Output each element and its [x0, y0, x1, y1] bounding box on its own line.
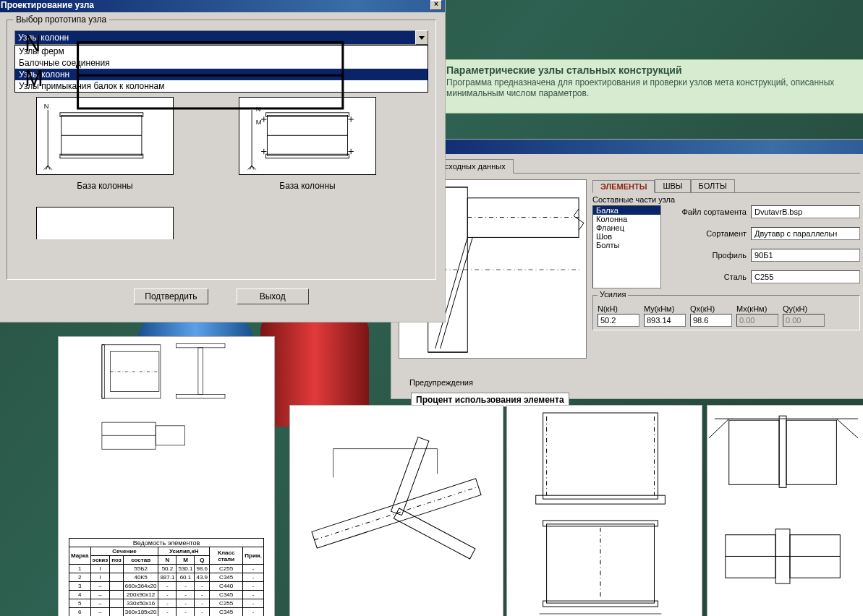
design-titlebar[interactable]: Проектирование узла × [0, 0, 445, 12]
forces-group: Усилия N(кН) My(кНм) Qx(кН) [592, 295, 860, 330]
table-cell: 40К5 [123, 573, 158, 582]
info-body: Программа предназначена для проектирован… [446, 77, 858, 99]
table-cell [110, 573, 124, 582]
svg-rect-57 [536, 495, 666, 504]
table-cell: 3 [69, 582, 91, 591]
drawing-sheet-a: Ведомость элементов Марка Сечение Усилия… [58, 336, 275, 616]
label-steel: Сталь [667, 273, 747, 281]
table-cell [110, 591, 124, 599]
props-tabstrip: Задание исходных данных [399, 158, 860, 174]
table-cell: 887.1 [158, 573, 177, 582]
table-cell: - [195, 608, 210, 617]
svg-rect-21 [266, 154, 349, 158]
table-cell: - [158, 591, 177, 599]
table-row: 1I55Б250.2530.198.6С255- [69, 565, 264, 573]
force-Qx-label: Qx(кН) [690, 304, 715, 313]
table-cell [110, 599, 124, 608]
input-profile[interactable] [751, 249, 860, 262]
table-cell: – [90, 599, 110, 608]
subtab-welds[interactable]: ШВЫ [655, 179, 690, 192]
table-cell: – [90, 591, 110, 599]
label-file: Файл сортамента [667, 208, 747, 216]
table-cell: - [195, 591, 210, 599]
table-cell: С255 [210, 565, 243, 573]
force-Mx-label: Mx(кНм) [736, 304, 767, 313]
table-cell: - [243, 608, 264, 617]
part-item-beam[interactable]: Балка [593, 206, 660, 215]
table-cell: - [243, 573, 264, 582]
table-cell: 43.9 [195, 573, 210, 582]
force-My-input[interactable] [644, 314, 686, 327]
th-mark: Марка [69, 547, 91, 565]
input-sortament[interactable] [751, 227, 860, 240]
forces-legend: Усилия [598, 290, 628, 299]
table-cell: - [195, 599, 210, 608]
th-sketch: эскиз [90, 556, 110, 565]
part-item-bolts[interactable]: Болты [593, 241, 660, 249]
parts-label: Составные части узла [592, 195, 860, 204]
svg-rect-60 [543, 601, 658, 607]
table-cell: С345 [210, 608, 243, 617]
subtab-elements[interactable]: ЭЛЕМЕНТЫ [592, 180, 655, 193]
table-cell: 330х50х16 [123, 599, 158, 608]
table-cell: – [90, 582, 110, 591]
drawing-sheet-b [289, 405, 503, 616]
part-item-weld[interactable]: Шов [593, 232, 660, 241]
force-Mx-input [736, 314, 778, 327]
part-item-flange[interactable]: Фланец [593, 223, 660, 232]
force-Qx-input[interactable] [690, 314, 732, 327]
table-cell [110, 582, 124, 591]
table-cell: 2 [69, 573, 91, 582]
svg-rect-59 [543, 521, 658, 526]
table-cell: - [177, 608, 195, 617]
table-cell: – [90, 608, 110, 617]
th-Q: Q [195, 556, 210, 565]
table-cell: - [195, 582, 210, 591]
design-dialog: Проектирование узла × Выбор прототипа уз… [0, 0, 446, 322]
table-row: 5–330х50х16---С255- [69, 599, 264, 608]
force-Qy-label: Qy(кН) [783, 304, 807, 313]
force-N-label: N(кН) [598, 304, 618, 313]
svg-rect-42 [177, 395, 226, 398]
th-efforts: Усилия,кН [158, 547, 210, 556]
input-file[interactable] [751, 205, 860, 218]
table-cell: I [90, 565, 110, 573]
table-row: 2I40К5887.160.143.9С345- [69, 573, 264, 582]
properties-titlebar[interactable]: Свойства [391, 140, 863, 154]
table-title: Ведомость элементов [69, 539, 264, 547]
part-item-column[interactable]: Колонна [593, 215, 660, 223]
force-My-label: My(кНм) [644, 304, 674, 313]
table-cell: С345 [210, 591, 243, 599]
usage-label: Процент использования элемента [416, 395, 564, 405]
close-icon[interactable]: × [430, 0, 442, 10]
confirm-button[interactable]: Подтвердить [134, 288, 208, 304]
table-cell: С345 [210, 573, 243, 582]
label-profile: Профиль [667, 251, 747, 260]
input-steel[interactable] [751, 270, 860, 283]
table-row: 4–200х90х12---С345- [69, 591, 264, 599]
info-heading: Параметрические узлы стальных конструкци… [446, 64, 858, 76]
table-cell: - [243, 599, 264, 608]
table-cell: I [90, 573, 110, 582]
exit-button[interactable]: Выход [237, 288, 309, 304]
table-cell: 60.1 [177, 573, 195, 582]
drawing-sheet-d [707, 405, 863, 616]
prototype-group-legend: Выбор прототипа узла [13, 14, 109, 25]
table-cell: - [158, 599, 177, 608]
svg-text:M: M [25, 66, 43, 90]
svg-rect-43 [198, 348, 203, 395]
force-Qy-input [783, 314, 825, 327]
prototype-thumb-3[interactable]: N M [36, 207, 174, 239]
table-cell: С255 [210, 599, 243, 608]
th-note: Прим. [243, 547, 264, 565]
table-cell: 200х90х12 [123, 591, 158, 599]
th-section: Сечение [90, 547, 158, 556]
table-cell: - [158, 582, 177, 591]
parts-list[interactable]: Балка Колонна Фланец Шов Болты [592, 205, 661, 288]
table-cell: - [177, 599, 195, 608]
table-cell: 6 [69, 608, 91, 617]
force-N-input[interactable] [598, 314, 639, 327]
table-row: 3–660х364х20---С440- [69, 582, 264, 591]
table-cell: 55Б2 [123, 565, 158, 573]
subtab-bolts[interactable]: БОЛТЫ [691, 179, 735, 192]
